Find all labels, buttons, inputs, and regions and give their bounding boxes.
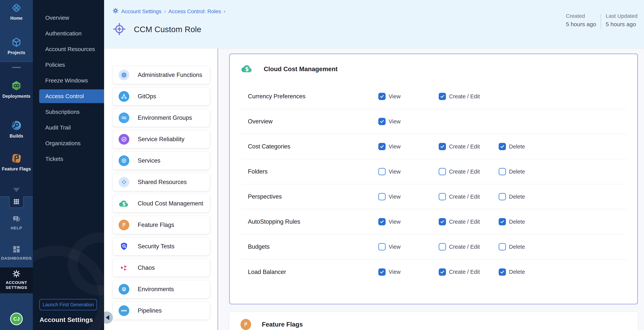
- projects-icon: [11, 45, 22, 48]
- category-card-chaos[interactable]: Chaos: [113, 259, 210, 277]
- view-checkbox-label: View: [389, 269, 400, 275]
- delete-checkbox[interactable]: [499, 193, 506, 200]
- view-checkbox[interactable]: [378, 243, 386, 250]
- module-picker-button[interactable]: [9, 197, 24, 208]
- category-card-environments[interactable]: Environments: [113, 280, 210, 298]
- created-meta: Created 5 hours ago: [561, 13, 601, 28]
- launch-first-generation-button[interactable]: Launch First Generation: [39, 299, 97, 310]
- settings-nav-item-policies[interactable]: Policies: [33, 57, 104, 73]
- sidebar-item-builds[interactable]: Builds: [0, 120, 33, 139]
- category-label: Environments: [138, 286, 174, 293]
- permission-row: Load Balancer View Create / Edit Delete: [241, 259, 628, 284]
- view-checkbox-label: View: [389, 118, 400, 125]
- category-card-service-reliability[interactable]: Service Reliability: [113, 130, 210, 148]
- view-checkbox-label: View: [389, 194, 400, 200]
- view-permission-cell: View: [378, 193, 400, 200]
- breadcrumb-link-account-settings[interactable]: Account Settings: [121, 9, 162, 15]
- create-edit-checkbox[interactable]: [439, 193, 446, 200]
- permissions-panel[interactable]: $ Cloud Cost Management Currency Prefere…: [229, 54, 638, 304]
- category-label: Administrative Functions: [138, 72, 202, 78]
- role-crosshair-icon: [112, 22, 126, 37]
- breadcrumb-link-access-control-roles[interactable]: Access Control: Roles: [168, 9, 221, 15]
- view-checkbox[interactable]: [378, 118, 386, 125]
- settings-nav-item-tickets[interactable]: Tickets: [33, 151, 104, 167]
- feature-flags-section[interactable]: Feature Flags: [229, 312, 638, 330]
- settings-nav-item-label: Tickets: [45, 156, 63, 162]
- category-card-pipelines[interactable]: Pipelines: [113, 301, 210, 320]
- view-permission-cell: View: [378, 268, 400, 276]
- breadcrumb-separator: ›: [224, 9, 225, 14]
- sidebar-item-label: Builds: [0, 133, 33, 139]
- category-card-feature-flags[interactable]: Feature Flags: [113, 216, 210, 234]
- delete-checkbox[interactable]: [499, 218, 506, 225]
- create-edit-checkbox[interactable]: [439, 243, 446, 250]
- category-card-security-tests[interactable]: Security Tests: [113, 237, 210, 255]
- settings-nav-item-access-control[interactable]: Access Control: [39, 89, 104, 103]
- view-checkbox[interactable]: [378, 143, 386, 150]
- settings-nav-item-overview[interactable]: Overview: [33, 10, 104, 26]
- service-reliability-icon: [118, 134, 129, 145]
- settings-nav-item-subscriptions[interactable]: Subscriptions: [33, 104, 104, 120]
- sidebar-item-feature-flags[interactable]: Feature Flags: [0, 153, 33, 172]
- create-edit-checkbox-label: Create / Edit: [449, 269, 480, 275]
- settings-nav-item-account-resources[interactable]: Account Resources: [33, 41, 104, 57]
- delete-permission-cell: Delete: [499, 268, 525, 276]
- delete-checkbox[interactable]: [499, 268, 506, 276]
- create-edit-permission-cell: Create / Edit: [439, 168, 480, 175]
- sidebar-item-home[interactable]: Home: [0, 2, 33, 21]
- permission-row: Folders View Create / Edit Delete: [241, 159, 628, 184]
- create-edit-checkbox[interactable]: [439, 218, 446, 225]
- sidebar-item-account-settings[interactable]: ACCOUNT SETTINGS: [0, 269, 33, 290]
- category-card-cloud-cost-management[interactable]: $ Cloud Cost Management: [113, 194, 210, 213]
- sidebar-item-dashboards[interactable]: DASHBOARDS: [0, 244, 33, 261]
- home-icon: [11, 11, 22, 14]
- category-card-gitops[interactable]: GitOps: [113, 87, 210, 105]
- category-card-services[interactable]: Services: [113, 151, 210, 170]
- view-checkbox[interactable]: [378, 168, 386, 175]
- view-permission-cell: View: [378, 93, 400, 100]
- last-updated-value: 5 hours ago: [606, 21, 638, 28]
- deployments-icon: [11, 89, 22, 92]
- settings-nav-item-label: Access Control: [45, 93, 84, 99]
- sidebar-divider: [0, 62, 33, 62]
- sidebar-item-deployments[interactable]: Deployments: [0, 80, 33, 99]
- view-checkbox[interactable]: [378, 93, 386, 100]
- category-card-environment-groups[interactable]: Environment Groups: [113, 109, 210, 127]
- category-card-administrative-functions[interactable]: Administrative Functions: [113, 66, 210, 84]
- cloud-cost-management-icon: $: [118, 198, 129, 209]
- gear-icon: [12, 275, 21, 279]
- settings-nav-item-organizations[interactable]: Organizations: [33, 135, 104, 151]
- avatar[interactable]: CJ: [10, 312, 23, 325]
- view-checkbox[interactable]: [378, 218, 386, 225]
- settings-nav-title: Account Settings: [40, 316, 93, 323]
- svg-text:$: $: [245, 66, 249, 72]
- panel-resize-divider[interactable]: [218, 49, 218, 330]
- create-edit-checkbox[interactable]: [439, 143, 446, 150]
- permission-resource-label: Perspectives: [248, 193, 282, 200]
- chevron-down-icon[interactable]: [13, 188, 20, 192]
- create-edit-checkbox[interactable]: [439, 93, 446, 100]
- create-edit-checkbox[interactable]: [439, 268, 446, 276]
- sidebar-item-label: Home: [0, 16, 33, 21]
- view-checkbox[interactable]: [378, 268, 386, 276]
- delete-checkbox[interactable]: [499, 143, 506, 150]
- svg-text:$: $: [122, 201, 126, 207]
- category-card-shared-resources[interactable]: Shared Resources: [113, 173, 210, 191]
- view-checkbox[interactable]: [378, 193, 386, 200]
- shared-resources-icon: [118, 177, 129, 188]
- delete-checkbox[interactable]: [499, 168, 506, 175]
- feature-flags-icon: [118, 220, 129, 230]
- sidebar-item-help[interactable]: ? HELP: [0, 214, 33, 230]
- permission-resource-label: Load Balancer: [248, 269, 286, 275]
- settings-nav-item-freeze-windows[interactable]: Freeze Windows: [33, 73, 104, 88]
- create-edit-checkbox[interactable]: [439, 168, 446, 175]
- create-edit-checkbox-label: Create / Edit: [449, 194, 480, 200]
- svg-text:?: ?: [15, 217, 16, 220]
- page-header: Account Settings › Access Control: Roles…: [104, 0, 644, 48]
- delete-checkbox[interactable]: [499, 243, 506, 250]
- settings-nav-item-audit-trail[interactable]: Audit Trail: [33, 120, 104, 135]
- sidebar-item-projects[interactable]: Projects: [0, 37, 33, 55]
- sidebar-item-label: ACCOUNT SETTINGS: [0, 280, 33, 290]
- settings-nav-item-authentication[interactable]: Authentication: [33, 26, 104, 41]
- delete-permission-cell: Delete: [499, 168, 525, 175]
